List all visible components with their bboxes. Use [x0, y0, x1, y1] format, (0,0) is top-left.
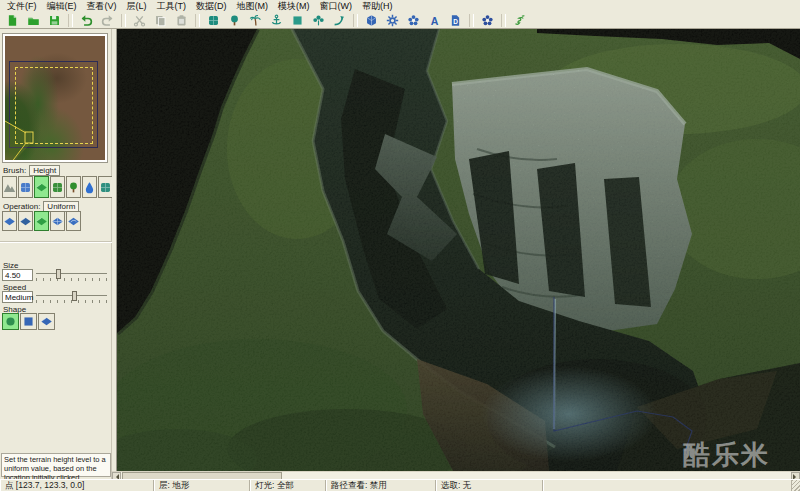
smooth-operation[interactable]	[50, 211, 65, 231]
menu-window[interactable]: 窗口(W)	[315, 0, 358, 12]
dragon-icon	[513, 14, 526, 27]
menu-tools[interactable]: 工具(T)	[152, 0, 192, 12]
gear-tool-button[interactable]	[382, 13, 402, 28]
new-button[interactable]	[2, 13, 22, 28]
copy-icon	[154, 14, 167, 27]
toolbar-separator	[353, 14, 358, 27]
minimap[interactable]	[2, 33, 108, 163]
status-cursor-position: 点 [123.7, 123.3, 0.0]	[0, 480, 154, 491]
undo-button[interactable]	[76, 13, 96, 28]
anchor-icon	[270, 14, 283, 27]
paste-icon	[175, 14, 188, 27]
horizontal-scrollbar[interactable]	[112, 471, 800, 479]
mountain-icon	[3, 181, 16, 194]
flower-tool-button[interactable]	[477, 13, 497, 28]
watermark: 酷乐米	[683, 437, 770, 471]
diamond-shape[interactable]	[38, 313, 55, 330]
gear-icon	[386, 14, 399, 27]
menu-bar: 文件(F)编辑(E)查看(V)层(L)工具(T)数据(D)地图(M)模块(M)窗…	[0, 0, 800, 12]
menu-map[interactable]: 地图(M)	[232, 0, 274, 12]
brush-value: Height	[29, 165, 60, 176]
toolbar-separator	[469, 14, 474, 27]
cube-tool-button[interactable]	[361, 13, 381, 28]
toolbar	[0, 12, 800, 29]
docD-icon	[449, 14, 462, 27]
speed-slider-thumb[interactable]	[72, 291, 77, 301]
tile-icon	[19, 181, 32, 194]
status-selection: 选取: 无	[436, 480, 543, 491]
menu-help[interactable]: 帮助(H)	[357, 0, 398, 12]
viewport-3d[interactable]: 酷乐米	[117, 29, 800, 471]
water-brush[interactable]	[82, 176, 97, 198]
application-window: 文件(F)编辑(E)查看(V)层(L)工具(T)数据(D)地图(M)模块(M)窗…	[0, 0, 800, 491]
diamondgrid-icon	[51, 215, 64, 228]
path-tool-button[interactable]	[329, 13, 349, 28]
diamond-icon	[35, 215, 48, 228]
height-brush[interactable]	[34, 176, 49, 198]
menu-layer[interactable]: 层(L)	[122, 0, 152, 12]
squarefill-icon	[291, 14, 304, 27]
text-tool-button[interactable]	[424, 13, 444, 28]
size-field[interactable]: 4.50	[2, 269, 33, 281]
palm-icon	[249, 14, 262, 27]
noise-operation[interactable]	[66, 211, 81, 231]
menu-view[interactable]: 查看(V)	[82, 0, 122, 12]
uniform-operation[interactable]	[34, 211, 49, 231]
palm-tool-button[interactable]	[245, 13, 265, 28]
status-bar: 点 [123.7, 123.3, 0.0]层: 地形灯光: 全部路径查看: 禁用…	[0, 479, 800, 491]
open-button[interactable]	[23, 13, 43, 28]
menu-mods[interactable]: 模块(M)	[273, 0, 315, 12]
color-brush[interactable]	[18, 176, 33, 198]
operation-tool-row	[2, 211, 82, 231]
flora-brush[interactable]	[66, 176, 81, 198]
erase-brush[interactable]	[98, 176, 113, 198]
save-button[interactable]	[44, 13, 64, 28]
cut-button[interactable]	[129, 13, 149, 28]
tile-icon	[51, 181, 64, 194]
document-tool-button[interactable]	[445, 13, 465, 28]
raise-operation[interactable]	[2, 211, 17, 231]
menu-data[interactable]: 数据(D)	[191, 0, 232, 12]
scissors-icon	[133, 14, 146, 27]
cluster-tool-button[interactable]	[403, 13, 423, 28]
tile-icon	[99, 181, 112, 194]
operation-label: Operation:	[3, 202, 40, 211]
plant-tool-button[interactable]	[308, 13, 328, 28]
minimap-terrain	[5, 36, 105, 160]
toolbar-separator	[121, 14, 126, 27]
copy-button[interactable]	[150, 13, 170, 28]
undo-icon	[80, 14, 93, 27]
tree-icon	[67, 181, 80, 194]
diamond-icon	[35, 181, 48, 194]
region-tool-button[interactable]	[287, 13, 307, 28]
swoosh-icon	[333, 14, 346, 27]
page-icon	[6, 14, 19, 27]
tile-icon	[207, 14, 220, 27]
menu-edit[interactable]: 编辑(E)	[42, 0, 82, 12]
size-slider-track	[36, 273, 107, 274]
lower-operation[interactable]	[18, 211, 33, 231]
flower-icon	[407, 14, 420, 27]
speed-field[interactable]: Medium	[2, 291, 33, 303]
square-shape[interactable]	[20, 313, 37, 330]
size-slider-thumb[interactable]	[56, 269, 61, 279]
redo-button[interactable]	[97, 13, 117, 28]
flora-tool-button[interactable]	[224, 13, 244, 28]
menu-file[interactable]: 文件(F)	[2, 0, 42, 12]
toolbar-separator	[195, 14, 200, 27]
tile-brush[interactable]	[50, 176, 65, 198]
letterA-icon	[428, 14, 441, 27]
texture-brush[interactable]	[2, 176, 17, 198]
terrain-tool-button[interactable]	[203, 13, 223, 28]
status-pathing-view: 路径查看: 禁用	[326, 480, 436, 491]
circle-shape[interactable]	[2, 313, 19, 330]
folder-icon	[27, 14, 40, 27]
size-slider[interactable]	[36, 269, 107, 281]
section-divider	[0, 241, 112, 243]
anchor-tool-button[interactable]	[266, 13, 286, 28]
speed-slider[interactable]	[36, 291, 107, 303]
logo-button[interactable]	[509, 13, 529, 28]
resize-grip[interactable]	[792, 480, 800, 491]
paste-button[interactable]	[171, 13, 191, 28]
brush-tool-row	[2, 176, 114, 198]
